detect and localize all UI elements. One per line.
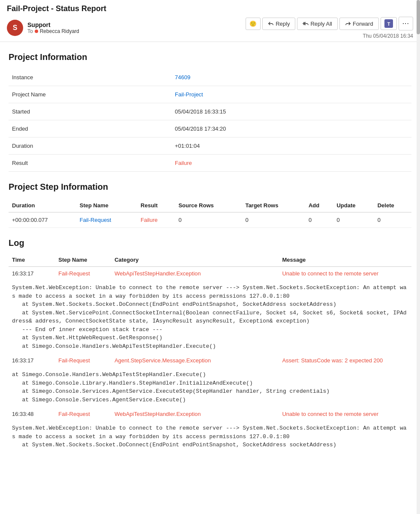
- project-info-value[interactable]: 74609: [171, 69, 411, 86]
- project-info-label: Instance: [9, 69, 171, 86]
- email-timestamp: Thu 05/04/2018 16:34: [363, 33, 413, 39]
- sender-info: S Support To Rebecca Ridyard: [7, 20, 79, 36]
- step-column-header: Source Rows: [175, 199, 242, 212]
- reply-all-label: Reply All: [310, 21, 332, 27]
- scrollbar[interactable]: [417, 0, 420, 514]
- project-info-row: ResultFailure: [9, 155, 411, 172]
- log-category: WebApiTestStepHandler.Exception: [111, 267, 279, 281]
- step-info-section: Project Step Information DurationStep Na…: [9, 182, 411, 228]
- log-table: TimeStep NameCategoryMessage 16:33:17Fai…: [9, 253, 411, 453]
- more-icon: ···: [402, 20, 409, 27]
- forward-label: Forward: [353, 21, 373, 27]
- step-row: +00:00:00.077Fail-RequestFailure00000: [9, 212, 411, 228]
- project-info-link[interactable]: 74609: [175, 74, 190, 81]
- reply-all-button[interactable]: Reply All: [297, 18, 338, 30]
- log-stacktrace-row: System.Net.WebException: Unable to conne…: [9, 280, 411, 354]
- project-info-value: +01:01:04: [171, 137, 411, 155]
- project-info-value: Failure: [171, 155, 411, 172]
- log-section: Log TimeStep NameCategoryMessage 16:33:1…: [9, 238, 411, 453]
- teams-button[interactable]: T: [381, 17, 397, 30]
- project-info-label: Result: [9, 155, 171, 172]
- step-column-header: Delete: [374, 199, 411, 212]
- step-duration: +00:00:00.077: [9, 212, 76, 228]
- step-info-title: Project Step Information: [9, 182, 411, 192]
- log-time: 16:33:17: [9, 354, 55, 367]
- log-time: 16:33:17: [9, 267, 55, 281]
- log-step-name: Fail-Request: [55, 354, 111, 367]
- step-name[interactable]: Fail-Request: [76, 212, 137, 228]
- project-info-table: Instance74609Project NameFail-ProjectSta…: [9, 69, 411, 172]
- log-header-row: TimeStep NameCategoryMessage: [9, 253, 411, 267]
- sender-name: Support: [27, 21, 79, 28]
- step-result: Failure: [137, 212, 175, 228]
- reply-icon: [268, 21, 274, 27]
- delete: 0: [374, 212, 411, 228]
- project-info-link[interactable]: Fail-Project: [175, 91, 203, 98]
- avatar: S: [7, 20, 23, 36]
- step-header-row: DurationStep NameResultSource RowsTarget…: [9, 199, 411, 212]
- log-title: Log: [9, 238, 411, 248]
- forward-button[interactable]: Forward: [339, 18, 379, 30]
- project-info-value: 05/04/2018 17:34:20: [171, 120, 411, 137]
- project-info-row: Duration+01:01:04: [9, 137, 411, 155]
- to-label: To: [27, 28, 33, 34]
- emoji-button[interactable]: 🙂: [246, 18, 261, 30]
- log-category: WebApiTestStepHandler.Exception: [111, 407, 279, 421]
- add: 0: [305, 212, 333, 228]
- log-message: Assert: StatusCode was: 2 expected 200: [279, 354, 411, 367]
- step-column-header: Result: [137, 199, 175, 212]
- header-right: 🙂 Reply Reply All: [246, 17, 413, 39]
- email-body: Project Information Instance74609Project…: [0, 42, 420, 463]
- log-column-header: Time: [9, 253, 55, 267]
- log-column-header: Category: [111, 253, 279, 267]
- log-entry-row: 16:33:17Fail-RequestWebApiTestStepHandle…: [9, 267, 411, 281]
- recipient-name: Rebecca Ridyard: [40, 28, 79, 34]
- project-info-label: Project Name: [9, 86, 171, 103]
- log-time: 16:33:48: [9, 407, 55, 421]
- log-entry-row: 16:33:17Fail-RequestAgent.StepService.Me…: [9, 354, 411, 367]
- log-stacktrace: System.Net.WebException: Unable to conne…: [9, 280, 411, 354]
- log-entry-row: 16:33:48Fail-RequestWebApiTestStepHandle…: [9, 407, 411, 421]
- reply-label: Reply: [276, 21, 290, 27]
- project-info-row: Instance74609: [9, 69, 411, 86]
- step-column-header: Duration: [9, 199, 76, 212]
- sender-to: To Rebecca Ridyard: [27, 28, 79, 34]
- target-rows: 0: [242, 212, 305, 228]
- email-meta-row: S Support To Rebecca Ridyard 🙂: [7, 17, 413, 39]
- teams-icon: T: [384, 19, 393, 28]
- project-info-row: Project NameFail-Project: [9, 86, 411, 103]
- project-info-row: Started05/04/2018 16:33:15: [9, 103, 411, 120]
- source-rows: 0: [175, 212, 242, 228]
- log-step-name: Fail-Request: [55, 267, 111, 281]
- log-stacktrace: at Simego.Console.Handlers.WebApiTestSte…: [9, 367, 411, 407]
- project-info-label: Ended: [9, 120, 171, 137]
- emoji-icon: 🙂: [249, 21, 257, 27]
- email-title: Fail-Project - Status Report: [7, 4, 413, 13]
- step-column-header: Target Rows: [242, 199, 305, 212]
- action-buttons: 🙂 Reply Reply All: [246, 17, 413, 30]
- log-column-header: Step Name: [55, 253, 111, 267]
- update: 0: [333, 212, 374, 228]
- log-message: Unable to connect to the remote server: [279, 267, 411, 281]
- log-category: Agent.StepService.Message.Exception: [111, 354, 279, 367]
- project-info-title: Project Information: [9, 52, 411, 62]
- svg-text:T: T: [387, 21, 390, 27]
- reply-all-icon: [303, 21, 309, 27]
- log-step-name: Fail-Request: [55, 407, 111, 421]
- reply-button[interactable]: Reply: [262, 18, 295, 30]
- more-button[interactable]: ···: [399, 17, 413, 30]
- forward-icon: [345, 21, 351, 27]
- project-info-value[interactable]: Fail-Project: [171, 86, 411, 103]
- step-column-header: Add: [305, 199, 333, 212]
- project-info-row: Ended05/04/2018 17:34:20: [9, 120, 411, 137]
- log-stacktrace-row: System.Net.WebException: Unable to conne…: [9, 421, 411, 453]
- project-info-label: Duration: [9, 137, 171, 155]
- project-info-section: Project Information Instance74609Project…: [9, 52, 411, 172]
- log-stacktrace: System.Net.WebException: Unable to conne…: [9, 421, 411, 453]
- project-info-label: Started: [9, 103, 171, 120]
- step-name-link[interactable]: Fail-Request: [80, 217, 111, 223]
- project-info-value: 05/04/2018 16:33:15: [171, 103, 411, 120]
- email-header: Fail-Project - Status Report S Support T…: [0, 0, 420, 42]
- scrollbar-thumb[interactable]: [417, 0, 420, 34]
- log-stacktrace-row: at Simego.Console.Handlers.WebApiTestSte…: [9, 367, 411, 407]
